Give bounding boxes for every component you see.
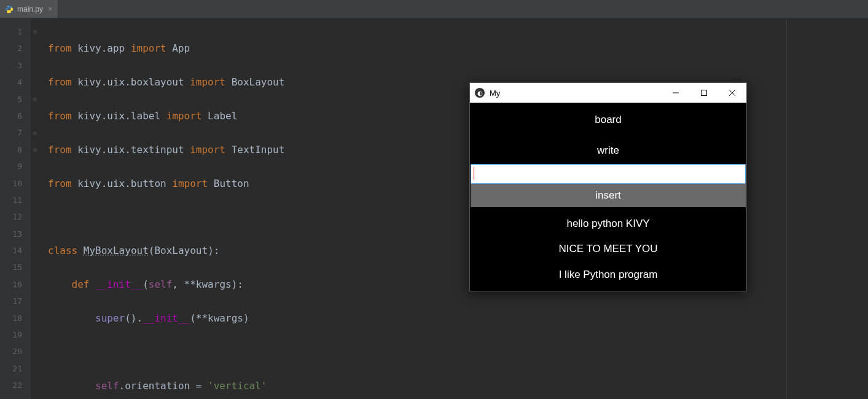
right-margin-guide [786, 18, 787, 399]
svg-point-0 [7, 6, 8, 7]
window-title: My [490, 89, 500, 98]
fold-indicator-icon: ⊖ [31, 141, 39, 158]
fold-indicator-icon: ⊖ [31, 23, 39, 40]
board-label: board [470, 103, 746, 137]
fold-indicator-icon: ⊖ [31, 91, 39, 108]
window-titlebar[interactable]: ◐ My [470, 83, 746, 103]
message-list: hello python KIVY NICE TO MEET YOU I lik… [470, 207, 746, 291]
kivy-app-window: ◐ My board write insert hello python KIV… [469, 82, 747, 291]
line-number-gutter: 123 456 789 101112 131415 161718 192021 … [0, 18, 31, 399]
minimize-button[interactable] [662, 83, 690, 103]
kivy-app-body: board write insert hello python KIVY NIC… [470, 103, 746, 291]
text-cursor-icon [474, 167, 474, 180]
code-content[interactable]: from kivy.app import App from kivy.uix.b… [39, 18, 533, 399]
close-window-button[interactable] [718, 83, 746, 103]
fold-gutter: ⊖ ⊖ ⊖ ⊖ [31, 18, 39, 399]
minimize-icon [673, 90, 679, 96]
editor-tab-main[interactable]: main.py × [0, 0, 58, 18]
svg-point-1 [10, 11, 11, 12]
insert-button[interactable]: insert [471, 184, 746, 207]
list-item: I like Python program [470, 266, 746, 283]
fold-indicator-icon: ⊖ [31, 124, 39, 141]
close-tab-icon[interactable]: × [48, 4, 53, 14]
list-item: hello python KIVY [470, 215, 746, 232]
kivy-app-icon: ◐ [475, 88, 485, 98]
write-label: write [470, 137, 746, 164]
maximize-icon [701, 90, 707, 96]
svg-rect-3 [702, 90, 707, 96]
maximize-button[interactable] [690, 83, 718, 103]
close-icon [729, 90, 735, 96]
list-item: NICE TO MEET YOU [470, 240, 746, 257]
editor-tab-label: main.py [17, 5, 43, 14]
editor-tab-bar: main.py × [0, 0, 868, 18]
write-input[interactable] [471, 164, 746, 184]
python-file-icon [5, 5, 14, 14]
